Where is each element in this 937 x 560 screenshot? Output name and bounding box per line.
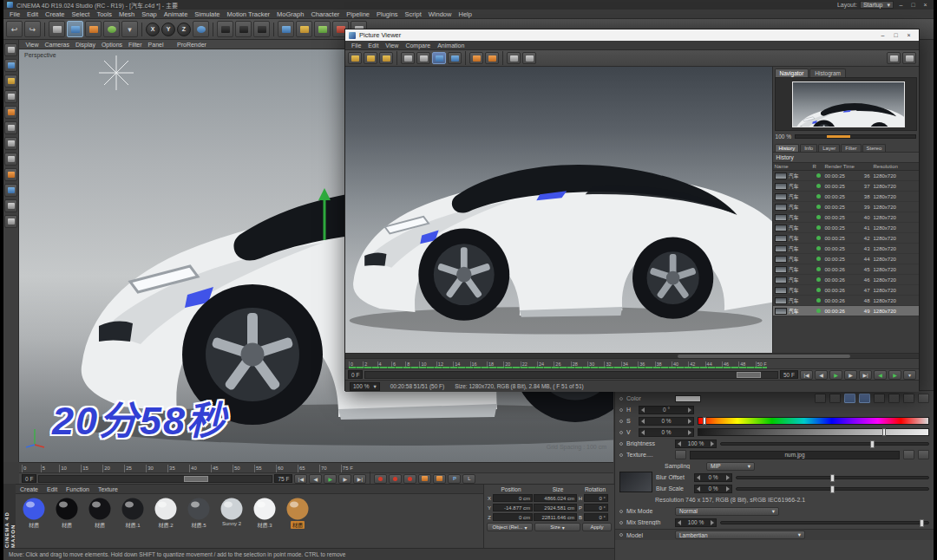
position-field[interactable]: 0 cm xyxy=(493,513,533,521)
spin-right-icon[interactable] xyxy=(711,441,714,446)
layer-icon-button[interactable] xyxy=(918,394,929,403)
material-menu-item[interactable]: Create xyxy=(16,486,43,492)
tab-layer[interactable]: Layer xyxy=(818,144,840,152)
multi-layer-button[interactable] xyxy=(485,52,499,64)
layer-icon-button[interactable] xyxy=(888,394,900,403)
blur-offset-slider[interactable] xyxy=(736,476,929,479)
material-menu-item[interactable]: Edit xyxy=(43,486,62,492)
spin-left-icon[interactable] xyxy=(641,419,645,424)
spin-right-icon[interactable] xyxy=(711,520,714,525)
texture-preview[interactable] xyxy=(619,472,652,492)
model-mode-button[interactable] xyxy=(4,59,17,72)
model-dropdown[interactable]: Lambertian ▾ xyxy=(675,531,805,539)
menu-item[interactable]: File xyxy=(6,10,23,18)
size-field[interactable]: 4866.024 cm xyxy=(534,494,577,502)
y-axis-gizmo[interactable] xyxy=(318,188,331,242)
redo-button[interactable]: ↪ xyxy=(24,21,41,37)
animation-dot-icon[interactable] xyxy=(619,397,623,400)
animation-dot-icon[interactable] xyxy=(619,453,623,457)
y-axis-toggle[interactable]: Y xyxy=(161,23,175,36)
primitive-cube-button[interactable] xyxy=(278,21,294,37)
hue-spectrum-bar[interactable] xyxy=(698,417,929,425)
pv-range-end-field[interactable]: 50 F xyxy=(780,370,798,379)
texture-mode-button[interactable] xyxy=(4,75,17,88)
menu-item[interactable]: Select xyxy=(69,10,94,18)
undo-button[interactable]: ↩ xyxy=(6,21,23,37)
filter-panel-button[interactable] xyxy=(902,52,916,64)
tab-stereo[interactable]: Stereo xyxy=(862,144,887,152)
brightness-slider[interactable] xyxy=(720,442,929,446)
history-row[interactable]: 汽车 00:00:25 40 1280x720 xyxy=(773,212,919,223)
timeline-ruler[interactable]: 051015202530354045505560657075 F xyxy=(19,462,613,472)
spline-pen-button[interactable] xyxy=(296,21,312,37)
menu-item[interactable]: Tools xyxy=(93,10,115,18)
scale-tool-button[interactable] xyxy=(85,21,102,37)
pv-play-button[interactable]: ▶ xyxy=(829,370,842,380)
history-row[interactable]: 汽车 00:00:25 36 1280x720 xyxy=(773,171,919,181)
layer-icon-button[interactable] xyxy=(874,394,885,403)
menu-item[interactable]: Plugins xyxy=(373,10,402,18)
pv-menu-item[interactable]: View xyxy=(382,42,402,49)
layer-icon-button-active[interactable] xyxy=(859,394,870,403)
history-row[interactable]: 汽车 00:00:25 43 1280x720 xyxy=(773,244,919,254)
record-scale-button[interactable] xyxy=(433,474,446,484)
material-item[interactable]: 材质.3 xyxy=(250,498,279,529)
blur-offset-field[interactable]: 0 % xyxy=(694,473,732,482)
animation-dot-icon[interactable] xyxy=(619,420,623,423)
position-field[interactable]: -14.877 cm xyxy=(493,504,533,511)
rotation-field[interactable]: 0 ° xyxy=(584,494,608,502)
size-field[interactable]: 2924.581 cm xyxy=(534,504,577,511)
history-row[interactable]: 汽车 00:00:25 38 1280x720 xyxy=(773,192,919,202)
menu-item[interactable]: Pipeline xyxy=(343,10,373,18)
zoom-slider[interactable] xyxy=(795,134,916,139)
menu-item[interactable]: Edit xyxy=(23,10,42,18)
maximize-button[interactable]: □ xyxy=(908,1,918,9)
value-gradient-bar[interactable] xyxy=(698,428,929,436)
pv-go-to-start-button[interactable]: |◀ xyxy=(800,370,813,380)
material-item[interactable]: 材质.5 xyxy=(184,498,213,529)
animation-dot-icon[interactable] xyxy=(619,521,623,524)
tab-navigator[interactable]: Navigator xyxy=(775,68,809,77)
layer-icon-button[interactable] xyxy=(815,394,826,403)
pv-menu-item[interactable]: Compare xyxy=(402,42,434,49)
x-axis-toggle[interactable]: X xyxy=(146,23,160,36)
texture-browse-button[interactable] xyxy=(903,450,914,459)
record-position-button[interactable] xyxy=(418,474,431,484)
history-row[interactable]: 汽车 00:00:26 46 1280x720 xyxy=(773,275,919,285)
polygons-mode-button[interactable] xyxy=(4,137,17,150)
pv-frame-slider[interactable] xyxy=(364,371,778,379)
make-editable-button[interactable] xyxy=(4,43,17,56)
viewport-menu-item[interactable]: View xyxy=(23,42,42,48)
render-settings-button[interactable] xyxy=(253,21,270,37)
pv-maximize-button[interactable]: □ xyxy=(889,30,902,40)
slider-knob[interactable] xyxy=(830,474,835,482)
animation-dot-icon[interactable] xyxy=(619,431,623,434)
saturation-field[interactable]: 0 % xyxy=(639,417,694,426)
tab-filter[interactable]: Filter xyxy=(841,144,861,152)
play-button[interactable]: ▶ xyxy=(324,474,337,484)
sampling-dropdown[interactable]: MIP ▾ xyxy=(706,462,755,471)
menu-item[interactable]: Help xyxy=(455,10,475,18)
pv-minimize-button[interactable]: – xyxy=(876,30,889,40)
tab-history[interactable]: History xyxy=(775,144,800,152)
snap-toggle-button[interactable] xyxy=(4,184,17,197)
layout-dropdown[interactable]: Startup ▾ xyxy=(860,1,894,9)
history-row[interactable]: 汽车 00:00:26 47 1280x720 xyxy=(773,285,919,296)
position-field[interactable]: 0 cm xyxy=(493,494,533,502)
move-tool-button[interactable] xyxy=(67,21,83,37)
range-start-field[interactable]: 0 F xyxy=(22,474,36,483)
rotate-tool-button[interactable] xyxy=(103,21,120,37)
single-layer-button[interactable] xyxy=(469,52,483,64)
slider-knob[interactable] xyxy=(870,440,875,448)
go-to-start-button[interactable]: |◀ xyxy=(294,474,307,484)
pv-menu-item[interactable]: Animation xyxy=(434,42,468,49)
pv-next-frame-button[interactable]: ▶ xyxy=(844,370,857,380)
spin-right-icon[interactable] xyxy=(726,486,730,492)
spin-right-icon[interactable] xyxy=(688,407,691,413)
pv-previous-frame-button[interactable]: ◀ xyxy=(815,370,828,380)
brightness-field[interactable]: 100 % xyxy=(675,440,717,448)
tweak-mode-button[interactable] xyxy=(4,153,17,166)
spin-left-icon[interactable] xyxy=(697,486,700,492)
hue-field[interactable]: 0 ° xyxy=(639,406,694,414)
info-overlay-button[interactable] xyxy=(522,52,536,64)
